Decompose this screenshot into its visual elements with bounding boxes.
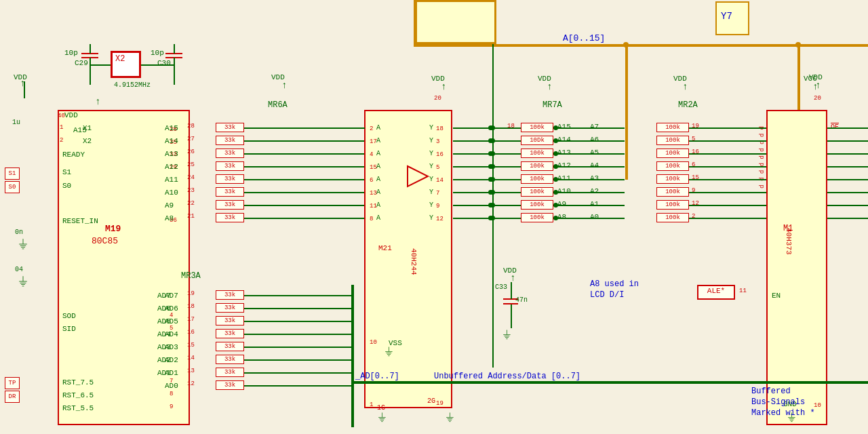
pin40-vdd: VDD [64,111,78,119]
pin3-m21-y: 3 [436,138,439,145]
node-a12 [553,164,558,169]
buffered-sub1: Bus-Signals [751,397,805,407]
a12-right: A12 [557,161,571,170]
a13-res-label: A13 [165,150,178,158]
res100k-a13: 100k [521,149,553,158]
ad3-pin-label: AD3 [157,343,171,351]
wire-mr7a-to-mr2a-a8 [553,218,625,219]
s1-box: S1 [5,167,20,180]
pin4-m21: 4 [370,151,373,158]
pin13-ad: 13 [187,368,195,374]
res100k-a8: 100k [521,213,553,222]
res-ad0: 33k [216,380,244,390]
wire-a12 [244,166,380,167]
res-ad4: 33k [216,329,244,338]
c33-wire-bot [511,304,512,328]
1u-label: 1u [12,119,20,126]
pin8-num: 8 [170,391,173,397]
pin14-m21-y: 14 [436,177,443,184]
freq-label: 4.9152MHz [114,81,151,89]
res100k-a5: 100k [656,149,689,158]
addr-bus-v2 [625,44,628,180]
res100k-a14: 10Dk [521,136,553,145]
wire-mr7a-to-mr2a-a15 [553,127,625,129]
wire-ad3 [244,347,351,348]
pin16-ad: 16 [187,329,195,336]
wire-ext-a7 [827,127,868,129]
pin16-m21-y: 16 [436,151,443,158]
a5-label: A5 [590,149,599,157]
wire-mr7a-to-mr2a-a13 [553,153,625,155]
wire-a13 [244,153,380,155]
wire-mr7a-to-mr2a-a11 [553,179,625,180]
res-a12: 33k [216,161,244,171]
res100k-a6: 100k [656,136,689,145]
pin12-m21-y: 12 [436,216,443,222]
vdd-arrow-far-right: ↑ [815,80,821,91]
node-a11 [553,177,558,182]
a15-right: A15 [557,123,571,131]
mr7a-label: MR7A [542,100,562,110]
wire-a8 [244,218,380,219]
c33-cap-val: 47n [515,296,528,304]
pin1-m21: 1 [370,401,373,408]
y-out-5: Y [429,163,433,170]
pin6-m21: 6 [370,177,373,184]
a-in-17: A [376,137,380,144]
a13-right: A13 [557,149,571,157]
y-wire-a10 [453,192,521,193]
y-out-18: Y [429,124,433,132]
wire-ad7 [244,295,351,296]
res-ad1: 33k [216,368,244,377]
res-ad5: 33k [216,316,244,326]
ad4-pin-label: AD4 [157,330,171,338]
x2-chip-label: X2 [115,54,125,64]
c30-label: C30 [157,59,171,67]
wire-ad2 [244,359,351,361]
ad0-res-label: AD0 [165,382,178,390]
wire-mr2a-to-m1-a1 [689,205,766,206]
cap29-wire1 [90,44,91,54]
ad1-pin-label: AD1 [157,369,171,377]
res-a8: 33k [216,213,244,222]
gnd-sym-1: ⏚ [19,236,27,252]
sod-label: SOD [62,312,76,320]
buffer-triangle [404,163,431,190]
ad07-label: _AD[0..7] [355,372,399,381]
pin18-ad: 18 [187,303,195,310]
dot-bus-a8 [490,216,495,220]
unbuffered-label: Unbuffered Address/Data [0..7] [434,372,580,381]
pin19-m21: 19 [436,400,443,407]
pin12-ad: 12 [187,380,195,387]
orange-box-top [415,0,496,44]
pin2-m21: 2 [370,125,373,132]
svg-marker-0 [408,166,428,186]
pin9-m21-y: 9 [436,203,439,210]
y-wire-a12 [453,166,521,167]
rst65-label: RST_6.5 [62,391,94,399]
dr-box: DR [5,391,20,403]
a0-label: A0 [590,213,599,221]
dot-bus-a15 [490,125,495,130]
a-in-13: A [376,189,380,196]
pin10-m1: 10 [814,402,821,409]
m1-label: M1 [783,224,793,233]
node-a9 [553,203,558,208]
a14-res-label: A14 [165,137,178,145]
a8-right: A8 [557,213,566,221]
res100k-a12: 100k [521,161,553,171]
s0-label: S0 [62,182,71,190]
a4-label: A4 [590,161,599,170]
node-a15 [553,125,558,130]
wire-a14 [244,140,380,142]
dot-bus-a9 [490,203,495,208]
gnd-m21-vss: ⏚ [385,344,393,358]
m19-part: 80C85 [92,236,118,246]
res-a11: 33k [216,174,244,184]
wire-ad4 [244,334,351,335]
crystal-wire1 [90,64,111,66]
gnd-sym-2: ⏚ [19,273,27,289]
wire-a11 [244,179,380,180]
a12-res-label: A12 [165,163,178,171]
ad2-pin-label: AD2 [157,356,171,364]
